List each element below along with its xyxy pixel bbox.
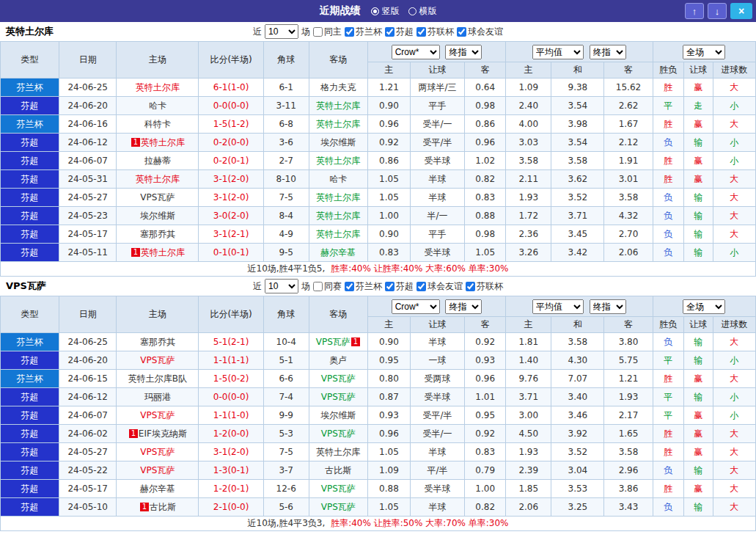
team-name-link[interactable]: 英特土尔库B队 [128, 373, 187, 384]
match-count-select[interactable]: 10 [265, 279, 298, 293]
fulltime-select[interactable]: 全场 [683, 45, 725, 59]
league-filter[interactable]: 芬兰杯 [345, 280, 382, 293]
avg-odds-cell: 3.52 [551, 443, 604, 461]
same-checkbox-input[interactable] [313, 27, 323, 37]
team-name-link[interactable]: 奥卢 [329, 355, 347, 365]
league-filter[interactable]: 球会友谊 [457, 26, 503, 38]
team-name-link[interactable]: VPS瓦萨 [321, 502, 356, 512]
score-cell[interactable]: 1-1(1-1) [199, 351, 263, 370]
team-name-link[interactable]: 赫尔辛基 [140, 484, 175, 494]
score-cell[interactable]: 1-5(0-2) [199, 370, 263, 388]
team-name-link[interactable]: 科特卡 [144, 119, 171, 129]
team-name-link[interactable]: VPS瓦萨 [321, 428, 356, 439]
average-select[interactable]: 平均值 [532, 299, 584, 314]
league-filter[interactable]: 球会友谊 [416, 280, 463, 293]
score-cell[interactable]: 3-0(2-0) [199, 207, 263, 225]
league-checkbox[interactable] [385, 27, 394, 37]
bookmaker-select[interactable]: Crow* [392, 45, 440, 59]
team-name-link[interactable]: 英特土尔库 [316, 211, 360, 221]
score-cell[interactable]: 3-1(2-0) [199, 189, 263, 207]
league-filter[interactable]: 芬超 [385, 26, 414, 38]
team-name-link[interactable]: VPS瓦萨 [140, 410, 175, 420]
team-name-link[interactable]: 英特土尔库 [316, 447, 360, 457]
average-select[interactable]: 平均值 [532, 45, 584, 59]
col-avg-away: 客 [604, 317, 653, 333]
team-name-link[interactable]: 英特土尔库 [316, 229, 360, 239]
league-checkbox[interactable] [416, 282, 426, 291]
score-cell[interactable]: 3-1(2-1) [199, 225, 263, 244]
team-name-link[interactable]: 哈卡 [149, 101, 166, 111]
team-name-link[interactable]: 英特土尔库 [316, 101, 360, 111]
score-cell[interactable]: 0-2(0-1) [199, 152, 263, 170]
team-name-link[interactable]: 英特土尔库 [141, 137, 185, 147]
league-checkbox[interactable] [416, 27, 426, 37]
bookmaker-select[interactable]: Crow* [392, 299, 440, 314]
team-name-link[interactable]: 埃尔维斯 [320, 137, 356, 147]
fulltime-select[interactable]: 全场 [683, 299, 725, 314]
team-name-link[interactable]: 英特土尔库 [136, 174, 180, 184]
league-checkbox[interactable] [345, 282, 354, 291]
score-cell[interactable]: 1-3(0-1) [199, 461, 263, 480]
team-name-link[interactable]: 英特土尔库 [141, 247, 185, 258]
score-cell[interactable]: 0-1(0-1) [199, 244, 263, 262]
team-name-link[interactable]: 赫尔辛基 [320, 247, 356, 258]
score-cell[interactable]: 6-1(1-0) [199, 79, 263, 97]
team-name-link[interactable]: 古比斯 [325, 465, 351, 475]
team-name-link[interactable]: 塞那乔其 [140, 337, 175, 347]
team-name-link[interactable]: 玛丽港 [144, 392, 171, 402]
team-name-link[interactable]: EIF埃克纳斯 [139, 428, 187, 439]
team-name-link[interactable]: 埃尔维斯 [140, 211, 175, 221]
team-name-link[interactable]: VPS瓦萨 [321, 392, 356, 402]
odds-stage-select[interactable]: 终指 [445, 299, 482, 314]
scroll-down-button[interactable]: ↓ [708, 3, 727, 19]
team-name-link[interactable]: 英特土尔库 [316, 192, 360, 202]
score-cell[interactable]: 1-2(0-0) [199, 425, 263, 443]
same-filter-checkbox[interactable]: 同主 [313, 26, 342, 38]
result-cell: 平 [653, 97, 683, 115]
vertical-layout-radio[interactable]: 竖版 [371, 5, 400, 18]
league-filter[interactable]: 芬联杯 [466, 280, 503, 293]
same-checkbox-input[interactable] [313, 282, 323, 291]
score-cell[interactable]: 3-1(2-0) [199, 443, 263, 461]
team-name-link[interactable]: 古比斯 [150, 502, 176, 512]
score-cell[interactable]: 1-2(0-1) [199, 480, 263, 498]
team-name-link[interactable]: VPS瓦萨 [140, 447, 175, 457]
score-cell[interactable]: 2-1(0-0) [199, 498, 263, 517]
score-cell[interactable]: 0-0(0-0) [199, 388, 263, 406]
score-cell[interactable]: 0-2(0-0) [199, 134, 263, 152]
league-filter[interactable]: 芬联杯 [416, 26, 454, 38]
close-button[interactable]: × [730, 3, 752, 19]
scroll-up-button[interactable]: ↑ [685, 3, 704, 19]
league-filter[interactable]: 芬兰杯 [345, 26, 382, 38]
team-name-link[interactable]: VPS瓦萨 [321, 484, 356, 494]
odds-stage-select[interactable]: 终指 [445, 45, 482, 59]
team-name-link[interactable]: 英特土尔库 [316, 156, 360, 166]
same-filter-checkbox[interactable]: 同赛 [313, 280, 342, 293]
team-name-link[interactable]: 拉赫蒂 [144, 156, 171, 166]
score-cell[interactable]: 5-1(2-1) [199, 333, 263, 351]
avg-stage-select[interactable]: 终指 [590, 45, 626, 59]
score-cell[interactable]: 1-1(1-0) [199, 406, 263, 425]
team-name-link[interactable]: 塞那乔其 [140, 229, 175, 239]
team-name-link[interactable]: 英特土尔库 [136, 82, 180, 92]
score-cell[interactable]: 3-1(2-0) [199, 170, 263, 189]
team-name-link[interactable]: 格力夫克 [320, 82, 356, 92]
league-checkbox[interactable] [345, 27, 354, 37]
team-name-link[interactable]: VPS瓦萨 [321, 373, 356, 384]
horizontal-layout-radio[interactable]: 横版 [408, 5, 437, 18]
team-name-link[interactable]: VPS瓦萨 [316, 337, 351, 347]
avg-stage-select[interactable]: 终指 [590, 299, 626, 314]
team-name-link[interactable]: VPS瓦萨 [140, 355, 175, 365]
league-filter[interactable]: 芬超 [385, 280, 414, 293]
team-name-link[interactable]: 埃尔维斯 [320, 410, 356, 420]
score-cell[interactable]: 0-0(0-0) [199, 97, 263, 115]
team-name-link[interactable]: VPS瓦萨 [140, 192, 175, 202]
match-count-select[interactable]: 10 [265, 24, 298, 39]
team-name-link[interactable]: 英特土尔库 [316, 119, 360, 129]
team-name-link[interactable]: VPS瓦萨 [140, 465, 175, 475]
team-name-link[interactable]: 哈卡 [329, 174, 347, 184]
league-checkbox[interactable] [385, 282, 394, 291]
league-checkbox[interactable] [457, 27, 466, 37]
league-checkbox[interactable] [466, 282, 475, 291]
score-cell[interactable]: 1-5(1-2) [199, 115, 263, 134]
